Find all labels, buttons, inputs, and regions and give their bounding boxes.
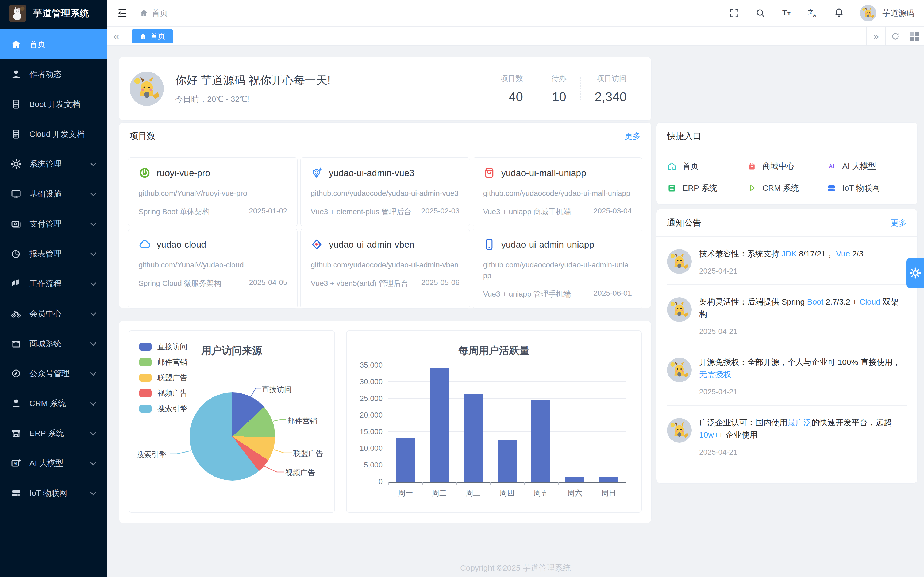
gridline <box>388 414 626 415</box>
project-repo: github.com/YunaiV/ruoyi-vue-pro <box>139 188 287 199</box>
menu-fold-icon[interactable] <box>116 7 128 19</box>
project-card[interactable]: yudao-ui-admin-uniappgithub.com/yudaocod… <box>473 229 642 308</box>
tab-label: 首页 <box>150 31 165 41</box>
sidebar-item[interactable]: 系统管理 <box>0 149 107 179</box>
sidebar-item[interactable]: 商城系统 <box>0 329 107 358</box>
sidebar-item[interactable]: 作者动态 <box>0 59 107 89</box>
stat-value: 2,340 <box>594 89 627 104</box>
breadcrumb[interactable]: 首页 <box>140 8 168 19</box>
shop-icon <box>11 338 21 349</box>
sidebar-item[interactable]: 支付管理 <box>0 209 107 239</box>
sidebar-item[interactable]: 首页 <box>0 29 107 59</box>
project-desc: Spring Boot 单体架构 <box>139 207 210 217</box>
sidebar-item-label: 作者动态 <box>29 69 61 80</box>
pikachu-avatar <box>667 418 691 443</box>
bell-icon[interactable] <box>834 8 844 18</box>
spring-boot-icon <box>139 167 151 179</box>
notice-date: 2025-04-21 <box>699 388 906 396</box>
app-logo-row[interactable]: 芋道管理系统 <box>0 0 107 27</box>
project-card[interactable]: yudao-ui-admin-vbengithub.com/yudaocode/… <box>300 229 470 308</box>
project-card[interactable]: ruoyi-vue-progithub.com/YunaiV/ruoyi-vue… <box>128 157 297 226</box>
settings-gear-button[interactable] <box>906 258 924 288</box>
avatar <box>130 72 164 106</box>
project-repo: github.com/YunaiV/yudao-cloud <box>139 259 287 270</box>
chevron-double-left-icon[interactable]: « <box>107 27 126 45</box>
sidebar-item-label: 首页 <box>29 39 45 50</box>
stat-value: 10 <box>551 89 566 104</box>
notice-item[interactable]: 技术兼容性：系统支持 JDK 8/17/21， Vue 2/32025-04-2… <box>667 237 906 285</box>
refresh-icon[interactable] <box>885 27 905 45</box>
shortcut-label: ERP 系统 <box>683 183 717 193</box>
sidebar-item[interactable]: AIAI 大模型 <box>0 448 107 478</box>
shortcut-item[interactable]: IoT 物联网 <box>827 179 906 197</box>
bar-chart-plot: 05,00010,00015,00020,00025,00030,00035,0… <box>388 365 626 483</box>
top-header: 首页 TT 文A 芋道源码 <box>107 0 924 27</box>
fullscreen-icon[interactable] <box>729 8 740 18</box>
notice-item[interactable]: 架构灵活性：后端提供 Spring Boot 2.7/3.2 + Cloud 双… <box>667 285 906 345</box>
tab-home[interactable]: 首页 <box>132 29 173 43</box>
shortcut-item[interactable]: ERP 系统 <box>667 179 747 197</box>
sidebar-item[interactable]: CRM 系统 <box>0 388 107 418</box>
notice-item[interactable]: 开源免授权：全部开源，个人与企业可 100% 直接使用，无需授权2025-04-… <box>667 345 906 406</box>
project-card[interactable]: yudao-cloudgithub.com/YunaiV/yudao-cloud… <box>128 229 297 308</box>
sidebar-item[interactable]: 公众号管理 <box>0 358 107 388</box>
shortcut-item[interactable]: 首页 <box>667 157 747 175</box>
y-axis-tick: 35,000 <box>360 361 383 369</box>
project-repo: github.com/yudaocode/yudao-ui-admin-vue3 <box>311 188 459 199</box>
search-icon[interactable] <box>755 8 766 18</box>
x-axis-tick <box>592 482 592 485</box>
shortcut-label: AI 大模型 <box>842 161 876 172</box>
pie-slice-label: 视频广告 <box>285 468 315 478</box>
language-icon[interactable]: 文A <box>808 8 818 18</box>
project-name: ruoyi-vue-pro <box>157 168 210 178</box>
tab-spacer <box>173 27 866 45</box>
shortcut-label: IoT 物联网 <box>842 183 880 193</box>
pie-slice-label: 邮件营销 <box>288 416 317 426</box>
greeting-stats: 项目数40待办10项目访问2,340 <box>486 73 641 104</box>
pie-chart-icon <box>11 248 21 259</box>
username[interactable]: 芋道源码 <box>882 8 914 19</box>
notices-title: 通知公告 <box>667 217 701 229</box>
project-name: yudao-ui-admin-vue3 <box>329 168 414 178</box>
notice-item[interactable]: 广泛企业认可：国内使用最广泛的快速开发平台，远超 10w++ 企业使用2025-… <box>667 406 906 466</box>
home-outline-icon <box>667 161 677 171</box>
sidebar-item[interactable]: IoT 物联网 <box>0 478 107 508</box>
mall-bag-icon <box>747 161 757 171</box>
chevron-double-right-icon[interactable]: » <box>866 27 885 45</box>
project-date: 2025-05-06 <box>421 278 459 288</box>
stat-value: 40 <box>501 89 523 104</box>
sidebar-item[interactable]: ERP 系统 <box>0 418 107 448</box>
shortcut-item[interactable]: AIAI 大模型 <box>827 157 906 175</box>
sidebar-item[interactable]: 会员中心 <box>0 299 107 329</box>
bar <box>565 477 585 482</box>
shortcuts-card: 快捷入口 首页商城中心AIAI 大模型ERP 系统CRM 系统IoT 物联网 <box>656 122 918 205</box>
document-icon <box>11 129 21 139</box>
notices-more-link[interactable]: 更多 <box>890 218 906 228</box>
svg-text:文: 文 <box>808 9 814 15</box>
x-axis-tick <box>558 482 559 485</box>
layout-grid-icon[interactable] <box>905 27 924 45</box>
monitor-icon <box>11 189 21 199</box>
chevron-down-icon <box>90 160 97 166</box>
store-icon <box>11 428 21 438</box>
sidebar-item[interactable]: Boot 开发文档 <box>0 89 107 119</box>
chevron-down-icon <box>90 280 97 286</box>
svg-text:T: T <box>782 9 787 17</box>
projects-more-link[interactable]: 更多 <box>625 131 641 142</box>
font-size-icon[interactable]: TT <box>781 8 792 18</box>
project-card[interactable]: yudao-ui-mall-uniappgithub.com/yudaocode… <box>473 157 642 226</box>
y-axis-tick: 10,000 <box>360 444 383 453</box>
avatar[interactable] <box>860 5 876 21</box>
svg-text:T: T <box>787 11 791 16</box>
sidebar-item[interactable]: 报表管理 <box>0 239 107 269</box>
sidebar-item[interactable]: 基础设施 <box>0 179 107 209</box>
shortcut-item[interactable]: CRM 系统 <box>747 179 827 197</box>
project-name: yudao-ui-admin-uniapp <box>501 239 594 250</box>
project-card[interactable]: yudao-ui-admin-vue3github.com/yudaocode/… <box>300 157 470 226</box>
shortcut-item[interactable]: 商城中心 <box>747 157 827 175</box>
sidebar-item[interactable]: Cloud 开发文档 <box>0 119 107 149</box>
chevron-down-icon <box>90 310 97 316</box>
sidebar-item[interactable]: 工作流程 <box>0 269 107 299</box>
bicycle-icon <box>11 308 21 319</box>
notice-date: 2025-04-21 <box>699 267 906 276</box>
